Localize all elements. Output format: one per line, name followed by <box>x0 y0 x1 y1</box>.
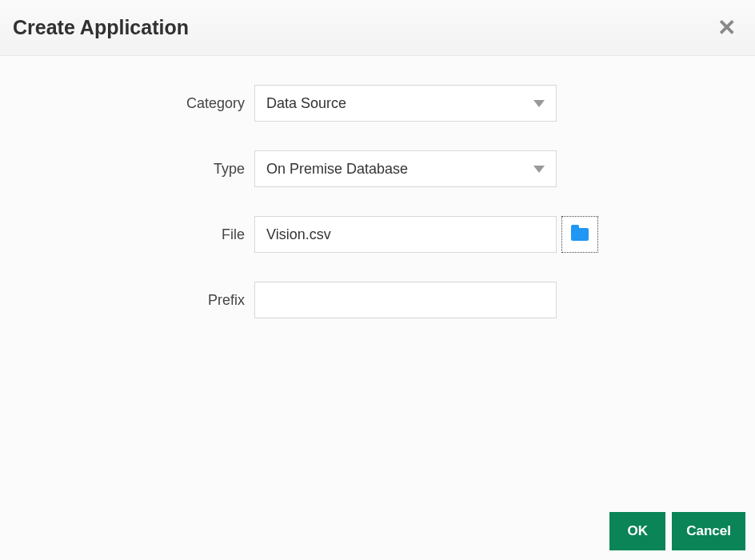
chevron-down-icon <box>533 166 545 173</box>
row-type: Type On Premise Database <box>0 150 755 187</box>
type-select[interactable]: On Premise Database <box>254 150 557 187</box>
category-select[interactable]: Data Source <box>254 85 557 122</box>
browse-file-button[interactable] <box>561 216 598 253</box>
label-category: Category <box>0 95 254 112</box>
type-selected-value: On Premise Database <box>266 161 408 178</box>
category-selected-value: Data Source <box>266 95 346 112</box>
chevron-down-icon <box>533 100 545 107</box>
file-value: Vision.csv <box>266 226 331 243</box>
file-input[interactable]: Vision.csv <box>254 216 557 253</box>
form-body: Category Data Source Type On Premise Dat… <box>0 56 755 318</box>
row-file: File Vision.csv <box>0 216 755 253</box>
ok-button[interactable]: OK <box>609 512 665 550</box>
row-category: Category Data Source <box>0 85 755 122</box>
label-prefix: Prefix <box>0 292 254 309</box>
dialog-header: Create Application ✕ <box>0 0 755 56</box>
row-prefix: Prefix <box>0 282 755 318</box>
cancel-button[interactable]: Cancel <box>672 512 745 550</box>
folder-icon <box>571 228 589 241</box>
dialog-footer: OK Cancel <box>0 502 755 560</box>
prefix-input[interactable] <box>254 282 557 318</box>
label-type: Type <box>0 161 254 178</box>
close-icon[interactable]: ✕ <box>711 11 742 44</box>
dialog-title: Create Application <box>13 16 189 39</box>
label-file: File <box>0 226 254 243</box>
